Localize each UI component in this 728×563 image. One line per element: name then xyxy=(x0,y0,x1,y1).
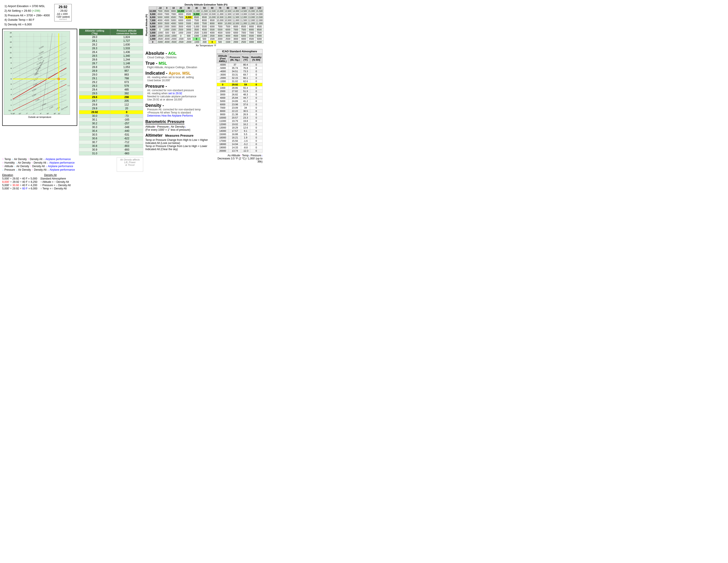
pressure-title: Pressure - xyxy=(145,84,214,89)
alt-setting-3: 30.60 xyxy=(12,184,19,187)
density-title: Density - xyxy=(145,103,214,108)
arrow-air-density-down-4: ↓ xyxy=(16,168,17,171)
label-density-alt-4: Density Alt xyxy=(34,168,47,171)
elev-row-2: 8,000' ÷ 29.92 ÷ 40 F = 8,250 ↑ Altitude… xyxy=(2,180,143,183)
main-container: 1) Airport Elevation = 3700 MSL 2) Alt S… xyxy=(2,2,263,190)
elev-sep-3: ÷ 40 F = xyxy=(20,184,30,187)
phys-alt-label: Physical Altitude (Ft) xyxy=(145,14,148,36)
absolute-agl: AGL xyxy=(168,51,176,56)
label-perf-3: Airplane performance xyxy=(48,165,73,168)
label-perf-2: Airplane performance xyxy=(49,161,75,164)
true-title: True - MSL xyxy=(145,61,214,66)
effect-row-4: ↓ Pressure ↓ Air Density ↑ Density Alt ↓… xyxy=(2,168,114,171)
pressure-desc3: Needed to calculate airplane performance xyxy=(147,95,214,98)
altimeter-conversion-table: Altimeter setting("Hg) Pressure altitude… xyxy=(79,29,143,155)
svg-line-65 xyxy=(30,95,66,111)
alt-col-2-header: Pressure altitudeconversion factor xyxy=(110,29,143,35)
altimeter-val1: 29.92 xyxy=(56,5,70,9)
elev-row-3: 5,000' ÷ 30.60 ÷ 40 F = 4,200 ↑ Pressure… xyxy=(2,184,143,187)
effects-section: ↑ Temp ↓ Air Density ↑ Density Alt ↓ Air… xyxy=(2,157,143,172)
altimeter-val2: - 29.82 xyxy=(56,9,70,12)
label-density-alt-3: Density Alt xyxy=(32,165,45,168)
label-air-density-1: Air Density xyxy=(14,158,27,161)
svg-text:S.L.: S.L. xyxy=(9,109,12,111)
phys-alt-label-container: Physical Altitude (Ft) xyxy=(145,3,148,47)
arrow-air-density-down-3: ↓ xyxy=(14,165,15,168)
svg-text:10°: 10° xyxy=(47,113,49,114)
svg-text:12: 12 xyxy=(10,46,12,48)
step-1: 1) Airport Elevation = 3700 MSL xyxy=(4,4,50,9)
barometric-section: Barometric Pressure Altitude↑ Pressure↓ … xyxy=(145,119,214,131)
types-of-altitude-section: Absolute - AGL Cloud Ceilings, Obsticles… xyxy=(145,49,214,163)
arrow-pressure-down: ↓ xyxy=(2,168,4,171)
density-chart-container: S.L. 1 2 3 4 5 6 7 8 9 10 11 12 xyxy=(2,29,77,126)
elev-val-3: 5,000' ÷ xyxy=(2,184,11,187)
as-altitude-line: As Altitude↑ Temp↓ Pressure↓ xyxy=(217,154,263,157)
label-perf-1: Airplane performance xyxy=(45,158,71,161)
elev-row-4: 5,000' ÷ 29.92 ÷ 60 F = 6,000 ↑ Temp = ↑… xyxy=(2,187,143,190)
baro-title: Barometric Pressure xyxy=(145,119,184,124)
svg-text:2,000: 2,000 xyxy=(49,106,54,109)
pressure-desc2: Alt. reading when set to 29.92 xyxy=(147,92,214,95)
svg-text:5: 5 xyxy=(11,83,12,85)
bottom-right-section: Absolute - AGL Cloud Ceilings, Obsticles… xyxy=(145,49,263,163)
result-label-4: = 6,000 xyxy=(28,187,37,190)
arrow-altitude-up: ↑ xyxy=(2,165,4,168)
chart-section: Approximate density altitude (thousand f… xyxy=(2,29,143,155)
pressure-desc4: Use 29.92 at or above 18,000' xyxy=(147,98,214,101)
svg-text:7: 7 xyxy=(11,73,12,75)
density-desc1: Pressure Alt. corrected for non-standard… xyxy=(147,108,214,111)
alt-setting-2: 29.92 xyxy=(13,180,19,183)
density-desc3: Determines How the Airplane Performs xyxy=(147,114,214,117)
effects-left: ↑ Temp ↓ Air Density ↑ Density Alt ↓ Air… xyxy=(2,157,114,172)
density-alt-col-header: Density Alt xyxy=(44,173,57,177)
svg-text:21°: 21° xyxy=(58,113,60,114)
arrow-humidity-up: ↑ xyxy=(2,161,4,164)
label-air-density-2: Air Density xyxy=(18,161,31,164)
result-3: 4,200 xyxy=(31,184,37,187)
indicated-title: Indicated - Aprox. MSL xyxy=(145,71,214,76)
svg-text:4°: 4° xyxy=(40,113,42,114)
label-density-alt-2: Density Alt xyxy=(34,161,46,164)
icao-col-altitude: Altitude(Feet AMSL) xyxy=(217,54,229,63)
label-2b: ↑ Density Alt xyxy=(54,180,69,183)
density-chart-svg: S.L. 1 2 3 4 5 6 7 8 9 10 11 12 xyxy=(4,31,70,115)
indicated-msl: Aprox. MSL xyxy=(169,71,191,75)
icao-col-temp: Temp.(°F) xyxy=(241,54,250,63)
effect-row-3: ↑ Altitude ↓ Air Density ↑ Density Alt ↓… xyxy=(2,165,114,168)
air-temp-label: Air Temperature °F xyxy=(149,44,263,47)
arrow-density-alt-up-2: ↑ xyxy=(32,161,33,164)
svg-text:-1,000: -1,000 xyxy=(67,85,70,86)
elev-row-1: 5,000' ÷ 29.92 ÷ 40 F = 5,000 Standard A… xyxy=(2,177,143,180)
altimeter-subtitle: Measures Pressure xyxy=(165,134,193,137)
alt-col-1-header: Altimeter setting("Hg) xyxy=(79,29,110,35)
step-3: 3) Pressure Alt = 3700 + 298= 4000 xyxy=(4,13,50,18)
svg-text:16°: 16° xyxy=(54,113,56,114)
altimeter-line1: Temp or Pressure Change from High to Low… xyxy=(145,138,214,145)
density-est-subtitle: Density Altitude Estimation Table (Ft) xyxy=(149,3,263,6)
svg-text:°C-18°: °C-18° xyxy=(10,113,15,114)
temp-4: 60 F xyxy=(22,187,28,190)
density-chart-wrapper: Approximate density altitude (thousand f… xyxy=(2,29,77,155)
step-5: 5) Density Alt = 6,000 xyxy=(4,22,50,27)
pressure-desc1: Alt. corrected for non-standard pressure xyxy=(147,89,214,92)
arrow-density-alt-up-1: ↑ xyxy=(28,158,29,161)
indicated-desc2: Used below 18,000' xyxy=(147,79,214,82)
absolute-dash: - xyxy=(165,51,168,56)
svg-text:9: 9 xyxy=(11,62,12,64)
elev-val-1: 5,000' ÷ xyxy=(2,177,11,180)
true-name: True xyxy=(145,61,155,66)
altimeter-line2: Temp or Pressure Change from Low to High… xyxy=(145,145,214,151)
arrow-air-density-down-2: ↓ xyxy=(16,161,17,164)
svg-text:6,000: 6,000 xyxy=(32,88,37,92)
elev-sep-2a: ÷ xyxy=(10,180,12,183)
result-2: 8,250 xyxy=(31,180,37,183)
indicated-desc1: Alt. reading when set to local alt. sett… xyxy=(147,76,214,79)
air-density-note: Air Density affectsLift, Power& Thrust xyxy=(117,157,143,172)
effect-row-1: ↑ Temp ↓ Air Density ↑ Density Alt ↓ Air… xyxy=(2,158,114,161)
label-3: ↑ Pressure = xyxy=(40,184,55,187)
svg-text:11: 11 xyxy=(10,52,12,54)
label-3b: ↓ Density Alt xyxy=(56,184,71,187)
density-est-wrapper: Physical Altitude (Ft) Density Altitude … xyxy=(145,3,263,47)
svg-text:15: 15 xyxy=(10,32,12,34)
